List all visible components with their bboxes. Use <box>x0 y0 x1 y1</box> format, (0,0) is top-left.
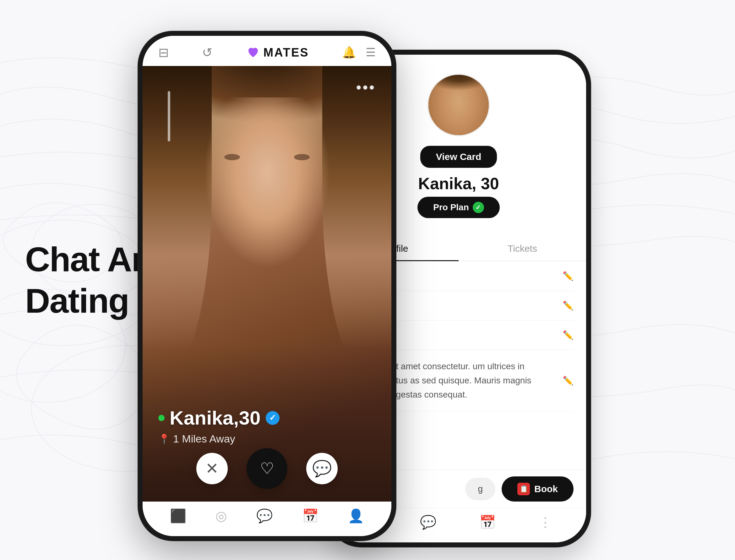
eye-left <box>224 154 240 160</box>
book-label: Book <box>534 484 558 494</box>
pro-badge-icon: ✓ <box>473 202 484 213</box>
pro-plan-label: Pro Plan <box>433 202 469 212</box>
avatar-face <box>428 75 489 135</box>
online-indicator <box>158 415 165 421</box>
refresh-icon[interactable]: ↺ <box>202 45 213 60</box>
phone-front-screen: ⊟ ↺ MATES <box>143 36 391 536</box>
phone-topbar: ⊟ ↺ MATES <box>143 36 391 66</box>
three-dots-menu[interactable]: ••• <box>356 79 376 96</box>
message-button[interactable]: 💬 <box>306 453 338 484</box>
progress-indicator <box>168 91 170 141</box>
chat-icon: 💬 <box>256 508 273 524</box>
nav-item-chat[interactable]: 💬 <box>256 508 273 524</box>
avatar-hair <box>427 74 490 103</box>
menu-icon[interactable]: ☰ <box>366 46 376 59</box>
main-screen: ⊟ ↺ MATES <box>143 36 391 536</box>
topbar-right: 🔔 ☰ <box>342 46 376 59</box>
filter-icon[interactable]: ⊟ <box>158 45 169 60</box>
nav-item-explore[interactable]: ◎ <box>216 508 227 524</box>
edit-icon-2[interactable]: ✏️ <box>562 300 573 311</box>
nav-more-icon[interactable]: ⋮ <box>539 514 552 530</box>
calendar-icon: 📅 <box>302 508 319 524</box>
profile-name-row: Kanika,30 ✓ <box>158 407 376 429</box>
profile-photo: ••• Kanika,30 ✓ 📍 1 Miles Away <box>143 66 391 502</box>
dislike-button[interactable]: ✕ <box>196 453 228 484</box>
profile-display-name: Kanika,30 <box>170 407 261 429</box>
edit-icon-name[interactable]: ✏️ <box>562 271 573 281</box>
book-icon: 📋 <box>517 483 530 495</box>
pro-plan-button[interactable]: Pro Plan ✓ <box>417 197 500 218</box>
profile-user-name: Kanika, 30 <box>418 174 499 193</box>
like-button[interactable]: ♡ <box>247 448 288 489</box>
tab-tickets[interactable]: Tickets <box>458 237 586 261</box>
location-pin-icon: 📍 <box>158 433 170 444</box>
eye-right <box>294 154 310 160</box>
nav-item-calendar[interactable]: 📅 <box>302 508 319 524</box>
profile-avatar <box>427 74 490 136</box>
verified-badge: ✓ <box>266 411 280 425</box>
edit-icon-bio[interactable]: ✏️ <box>562 376 573 386</box>
nav-calendar-icon[interactable]: 📅 <box>479 514 496 530</box>
home-icon: ⬛ <box>170 508 186 524</box>
tag-button[interactable]: g <box>465 478 495 500</box>
mates-logo-icon <box>246 45 261 60</box>
face-highlight <box>206 97 329 286</box>
nav-message-icon[interactable]: 💬 <box>420 514 436 530</box>
app-logo: MATES <box>246 45 309 60</box>
profile-info-overlay: Kanika,30 ✓ 📍 1 Miles Away <box>158 407 376 445</box>
bottom-nav: ⬛ ◎ 💬 📅 👤 <box>143 502 391 536</box>
phones-container: View Card Kanika, 30 Pro Plan ✓ Profile … <box>138 13 722 547</box>
profile-photo-area: ••• Kanika,30 ✓ 📍 1 Miles Away <box>143 66 391 502</box>
action-buttons: ✕ ♡ 💬 <box>143 448 391 489</box>
nav-item-home[interactable]: ⬛ <box>170 508 186 524</box>
view-card-button[interactable]: View Card <box>420 146 497 168</box>
nav-item-profile[interactable]: 👤 <box>348 508 364 524</box>
location-text: 1 Miles Away <box>173 433 235 445</box>
app-name: MATES <box>264 46 309 59</box>
bell-icon[interactable]: 🔔 <box>342 46 356 59</box>
profile-nav-icon: 👤 <box>348 508 364 524</box>
explore-icon: ◎ <box>216 508 227 524</box>
book-button[interactable]: 📋 Book <box>502 476 573 502</box>
phone-front: ⊟ ↺ MATES <box>138 31 396 541</box>
profile-location: 📍 1 Miles Away <box>158 433 376 445</box>
edit-icon-3[interactable]: ✏️ <box>562 330 573 340</box>
